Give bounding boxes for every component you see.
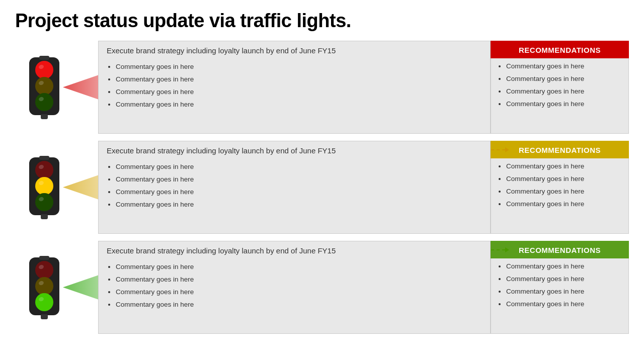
- traffic-light-area-yellow: [15, 141, 73, 234]
- rec-bullet-yellow-1: Commentary goes in here: [506, 173, 622, 186]
- rec-bullet-green-1: Commentary goes in here: [506, 273, 622, 286]
- svg-rect-26: [41, 314, 48, 319]
- bullet-green-3: Commentary goes in here: [116, 299, 482, 311]
- rec-bullet-yellow-2: Commentary goes in here: [506, 186, 622, 198]
- rec-bullet-red-3: Commentary goes in here: [506, 98, 622, 111]
- bullet-green-1: Commentary goes in here: [116, 274, 482, 286]
- svg-point-11: [35, 161, 53, 179]
- rec-header-red: RECOMMENDATIONS: [491, 41, 629, 58]
- svg-point-24: [35, 293, 53, 311]
- rec-bullet-yellow-3: Commentary goes in here: [506, 198, 622, 211]
- bullet-yellow-0: Commentary goes in here: [116, 161, 482, 173]
- svg-point-15: [35, 193, 53, 211]
- rec-bullet-green-3: Commentary goes in here: [506, 298, 622, 311]
- svg-rect-8: [41, 114, 48, 119]
- bullet-red-3: Commentary goes in here: [116, 99, 482, 111]
- rec-bullet-red-1: Commentary goes in here: [506, 73, 622, 85]
- bullet-green-2: Commentary goes in here: [116, 286, 482, 299]
- traffic-row-yellow: Execute brand strategy including loyalty…: [15, 141, 629, 234]
- dashed-line-green: [491, 249, 505, 250]
- bullet-red-0: Commentary goes in here: [116, 61, 482, 73]
- svg-rect-1: [39, 56, 49, 60]
- bullet-yellow-2: Commentary goes in here: [116, 186, 482, 199]
- content-bullets-red: Commentary goes in hereCommentary goes i…: [99, 59, 490, 133]
- svg-point-6: [35, 93, 53, 111]
- traffic-row-green: Execute brand strategy including loyalty…: [15, 241, 629, 334]
- bullet-red-2: Commentary goes in here: [116, 86, 482, 99]
- bullet-green-0: Commentary goes in here: [116, 261, 482, 274]
- content-header-yellow: Execute brand strategy including loyalty…: [99, 141, 490, 159]
- content-bullets-yellow: Commentary goes in hereCommentary goes i…: [99, 159, 490, 233]
- page: Project status update via traffic lights…: [0, 0, 644, 362]
- traffic-light-area-red: [15, 41, 73, 134]
- svg-point-4: [35, 77, 53, 95]
- page-title: Project status update via traffic lights…: [15, 10, 629, 32]
- rec-bullet-red-0: Commentary goes in here: [506, 60, 622, 73]
- rows-container: Execute brand strategy including loyalty…: [15, 41, 629, 352]
- content-bullets-green: Commentary goes in hereCommentary goes i…: [99, 259, 490, 333]
- arrow-line-green: [491, 247, 509, 252]
- rec-box-yellow: RECOMMENDATIONS Commentary goes in hereC…: [491, 141, 629, 234]
- rec-bullet-green-2: Commentary goes in here: [506, 286, 622, 298]
- rec-bullets-red: Commentary goes in hereCommentary goes i…: [491, 58, 629, 134]
- svg-point-13: [35, 177, 53, 195]
- content-header-red: Execute brand strategy including loyalty…: [99, 41, 490, 59]
- dashed-line-yellow: [491, 149, 505, 150]
- svg-rect-17: [41, 214, 48, 219]
- bullet-yellow-1: Commentary goes in here: [116, 173, 482, 186]
- traffic-light-area-green: [15, 241, 73, 334]
- svg-point-2: [35, 61, 53, 79]
- rec-bullet-red-2: Commentary goes in here: [506, 85, 622, 98]
- traffic-light-yellow: [24, 155, 64, 220]
- rec-bullet-green-0: Commentary goes in here: [506, 260, 622, 273]
- rec-box-red: RECOMMENDATIONS Commentary goes in hereC…: [491, 41, 629, 134]
- rec-header-green: RECOMMENDATIONS: [491, 241, 629, 258]
- rec-bullets-yellow: Commentary goes in hereCommentary goes i…: [491, 158, 629, 234]
- content-box-yellow: Execute brand strategy including loyalty…: [98, 141, 491, 234]
- arrow-head-yellow: [505, 147, 509, 152]
- content-box-green: Execute brand strategy including loyalty…: [98, 241, 491, 334]
- traffic-light-red: [24, 55, 64, 120]
- content-box-red: Execute brand strategy including loyalty…: [98, 41, 491, 134]
- bullet-yellow-3: Commentary goes in here: [116, 199, 482, 211]
- arrow-line-red: [491, 47, 509, 52]
- svg-point-20: [35, 261, 53, 279]
- traffic-row-red: Execute brand strategy including loyalty…: [15, 41, 629, 134]
- svg-rect-19: [39, 256, 49, 260]
- rec-box-green: RECOMMENDATIONS Commentary goes in hereC…: [491, 241, 629, 334]
- svg-rect-10: [39, 156, 49, 160]
- arrow-head-red: [505, 47, 509, 52]
- rec-bullets-green: Commentary goes in hereCommentary goes i…: [491, 258, 629, 334]
- rec-bullet-yellow-0: Commentary goes in here: [506, 160, 622, 173]
- arrow-line-yellow: [491, 147, 509, 152]
- content-header-green: Execute brand strategy including loyalty…: [99, 241, 490, 259]
- arrow-head-green: [505, 247, 509, 252]
- svg-point-22: [35, 277, 53, 295]
- rec-header-yellow: RECOMMENDATIONS: [491, 141, 629, 158]
- traffic-light-green: [24, 255, 64, 320]
- dashed-line-red: [491, 49, 505, 50]
- bullet-red-1: Commentary goes in here: [116, 73, 482, 86]
